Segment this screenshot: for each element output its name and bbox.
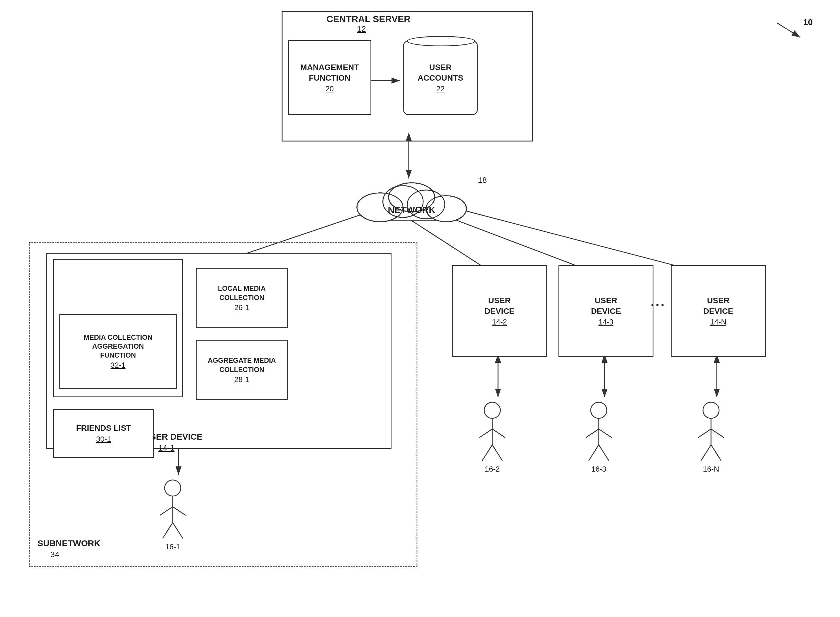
aggregate-media-collection-box: AGGREGATE MEDIACOLLECTION 28-1 [196, 340, 288, 400]
svg-line-57 [711, 445, 721, 461]
svg-line-39 [173, 523, 183, 539]
svg-line-49 [599, 429, 612, 438]
svg-line-37 [173, 507, 186, 515]
media-collection-aggregation-id: 32-1 [111, 361, 125, 370]
network-id: 18 [478, 176, 487, 185]
user-device-n-id: 14-N [710, 317, 726, 326]
person-16-3-id: 16-3 [591, 465, 606, 474]
management-function-label: MANAGEMENTFUNCTION [300, 62, 359, 83]
user-device-n-box: USERDEVICE 14-N [671, 265, 766, 357]
user-device-2-id: 14-2 [492, 317, 507, 326]
local-media-collection-id: 26-1 [234, 303, 249, 312]
svg-line-36 [160, 507, 173, 515]
management-function-box: MANAGEMENTFUNCTION 20 [288, 40, 371, 115]
local-media-collection-label: LOCAL MEDIACOLLECTION [218, 284, 266, 302]
user-device-n-label: USERDEVICE [703, 295, 733, 316]
person-16-n-id: 16-N [703, 465, 719, 474]
user-accounts-box: USERACCOUNTS 22 [403, 40, 478, 115]
user-device-3-id: 14-3 [598, 317, 613, 326]
dots-separator: ... [651, 294, 666, 310]
ref-number: 10 [803, 17, 813, 27]
svg-line-50 [589, 445, 599, 461]
user-device-1-id: 14-1 [158, 443, 174, 453]
svg-line-43 [492, 429, 505, 438]
friends-list-id: 30-1 [96, 435, 111, 444]
user-accounts-id: 22 [436, 84, 445, 93]
friends-list-label: FRIENDS LIST [76, 423, 131, 433]
user-device-2-box: USERDEVICE 14-2 [452, 265, 547, 357]
person-16-1: 16-1 [155, 478, 190, 551]
media-collection-aggregation-label: MEDIA COLLECTIONAGGREGATIONFUNCTION [84, 333, 152, 360]
svg-line-38 [163, 523, 173, 539]
svg-point-40 [484, 402, 500, 418]
aggregate-media-collection-label: AGGREGATE MEDIACOLLECTION [208, 356, 276, 374]
svg-line-44 [482, 445, 492, 461]
user-device-3-box: USERDEVICE 14-3 [559, 265, 653, 357]
diagram: 10 CENTRAL SERVER 12 MANAGEMENTFUNCTION … [0, 0, 840, 617]
svg-line-51 [599, 445, 609, 461]
subnetwork-id: 34 [50, 550, 59, 559]
media-collection-aggregation-box: MEDIA COLLECTIONAGGREGATIONFUNCTION 32-1 [59, 314, 177, 389]
central-server-label: CENTRAL SERVER [325, 14, 412, 25]
svg-text:NETWORK: NETWORK [388, 205, 435, 215]
svg-point-52 [703, 402, 719, 418]
user-device-2-label: USERDEVICE [485, 295, 514, 316]
svg-line-17 [777, 23, 800, 37]
svg-point-46 [591, 402, 607, 418]
user-accounts-label: USERACCOUNTS [418, 62, 463, 83]
person-16-2-id: 16-2 [485, 465, 500, 474]
management-function-id: 20 [326, 84, 334, 93]
user-device-3-label: USERDEVICE [591, 295, 621, 316]
central-server-id: 12 [357, 25, 366, 34]
person-16-3: 16-3 [582, 400, 616, 474]
svg-line-56 [701, 445, 711, 461]
friends-list-box: FRIENDS LIST 30-1 [53, 409, 154, 458]
person-16-2: 16-2 [475, 400, 510, 474]
svg-line-54 [698, 429, 711, 438]
svg-line-48 [586, 429, 599, 438]
svg-line-42 [479, 429, 492, 438]
svg-line-55 [711, 429, 724, 438]
network-cloud: NETWORK [351, 167, 472, 224]
person-16-n: 16-N [694, 400, 728, 474]
person-16-1-id: 16-1 [165, 542, 180, 551]
local-media-collection-box: LOCAL MEDIACOLLECTION 26-1 [196, 268, 288, 328]
svg-point-34 [165, 480, 181, 496]
svg-line-45 [492, 445, 503, 461]
aggregate-media-collection-id: 28-1 [234, 375, 249, 384]
subnetwork-label: SUBNETWORK [37, 539, 100, 548]
